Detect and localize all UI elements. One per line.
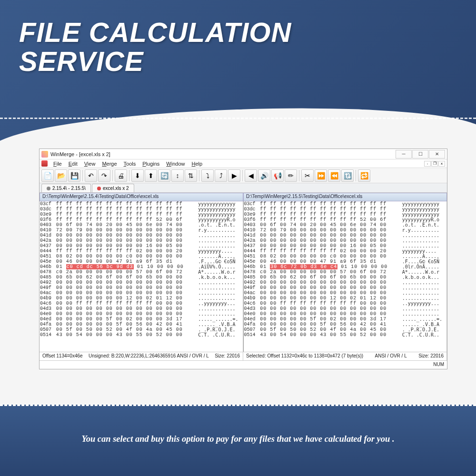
mdi-close[interactable]: x xyxy=(438,161,445,167)
path-left[interactable]: D:\Temp\WinMerge\2.15.4\Testing\Data\Off… xyxy=(40,193,243,201)
menubar: File Edit View Merge Tools Plugins Windo… xyxy=(40,159,447,168)
mdi-restore[interactable]: ❐ xyxy=(431,161,438,167)
toolbar-button-9[interactable]: ↕ xyxy=(171,169,184,182)
minimize-button[interactable]: ─ xyxy=(396,150,412,159)
window-title: WinMerge - [excel.xls x 2] xyxy=(50,151,396,157)
tabbar: 2.15.4\ - 2.15.5\excel.xls x 2 xyxy=(40,183,447,193)
toolbar-button-13[interactable]: ▶ xyxy=(228,169,240,182)
status-num: NUM xyxy=(40,360,447,369)
toolbar-button-10[interactable]: ⇅ xyxy=(185,169,197,182)
toolbar-button-4[interactable]: ↷ xyxy=(98,169,110,182)
menu-edit[interactable]: Edit xyxy=(66,160,80,167)
status-right: Selected: Offset 1132=0x46c to 1138=0x47… xyxy=(243,352,447,360)
toolbar-button-1[interactable]: 📂 xyxy=(55,169,67,182)
path-right[interactable]: D:\Temp\WinMerge\2.15.5\Testing\Data\Off… xyxy=(243,193,447,201)
footer-banner: You can select and buy this option to pa… xyxy=(0,405,476,476)
toolbar-button-14[interactable]: ◀ xyxy=(245,169,257,182)
close-button[interactable]: ✕ xyxy=(429,150,445,159)
tab-1[interactable]: excel.xls x 2 xyxy=(92,184,134,192)
toolbar-button-15[interactable]: 🔊 xyxy=(258,169,270,182)
toolbar-button-18[interactable]: ✂ xyxy=(301,169,314,182)
menu-help[interactable]: Help xyxy=(189,160,206,167)
menu-view[interactable]: View xyxy=(81,160,99,167)
toolbar-button-21[interactable]: 🔃 xyxy=(341,169,354,182)
toolbar-button-16[interactable]: 📢 xyxy=(271,169,284,182)
tab-0[interactable]: 2.15.4\ - 2.15.5\ xyxy=(41,184,91,192)
menu-icon xyxy=(41,160,48,167)
footer-text: You can select and buy this option to pa… xyxy=(0,405,476,474)
toolbar-button-5[interactable]: 🖨 xyxy=(115,169,127,182)
menu-tools[interactable]: Tools xyxy=(121,160,139,167)
status-left: Offset 1134=0x46e Unsigned: B:220,W:2223… xyxy=(40,352,243,360)
toolbar-button-3[interactable]: ↶ xyxy=(85,169,97,182)
mdi-minimize[interactable]: - xyxy=(424,161,431,167)
hex-pane-right[interactable]: 03cfff ff ff ff ff ff ff ff ff ff ff ff … xyxy=(243,201,447,352)
hex-pane-left[interactable]: 03cfff ff ff ff ff ff ff ff ff ff ff ff … xyxy=(40,201,243,352)
toolbar-button-17[interactable]: ✏ xyxy=(285,169,297,182)
app-icon xyxy=(41,151,48,158)
menu-file[interactable]: File xyxy=(50,160,65,167)
hex-row: 03cfff ff ff ff ff ff ff ff ff ff ff ff … xyxy=(40,201,447,352)
path-row: D:\Temp\WinMerge\2.15.4\Testing\Data\Off… xyxy=(40,193,447,201)
banner-header: FILE CALCULATION SERVICE xyxy=(0,0,476,148)
toolbar-button-8[interactable]: 🔄 xyxy=(158,169,170,182)
banner-title: FILE CALCULATION SERVICE xyxy=(19,18,457,76)
menu-merge[interactable]: Merge xyxy=(99,160,119,167)
toolbar-button-22[interactable]: 🔁 xyxy=(358,169,370,182)
toolbar-button-20[interactable]: ⏪ xyxy=(328,169,340,182)
menu-plugins[interactable]: Plugins xyxy=(139,160,162,167)
toolbar-button-6[interactable]: ⬇ xyxy=(131,169,144,182)
winmerge-window: WinMerge - [excel.xls x 2] ─ ☐ ✕ File Ed… xyxy=(39,149,447,369)
status-row: Offset 1134=0x46e Unsigned: B:220,W:2223… xyxy=(40,352,447,360)
toolbar: 📄📂💾↶↷🖨⬇⬆🔄↕⇅⤵⤴▶◀🔊📢✏✂⏩⏪🔃🔁 xyxy=(40,168,447,183)
toolbar-button-7[interactable]: ⬆ xyxy=(145,169,157,182)
toolbar-button-19[interactable]: ⏩ xyxy=(315,169,327,182)
titlebar[interactable]: WinMerge - [excel.xls x 2] ─ ☐ ✕ xyxy=(40,149,447,159)
menu-window[interactable]: Window xyxy=(163,160,188,167)
toolbar-button-0[interactable]: 📄 xyxy=(41,169,54,182)
toolbar-button-12[interactable]: ⤴ xyxy=(215,169,227,182)
toolbar-button-11[interactable]: ⤵ xyxy=(201,169,214,182)
toolbar-button-2[interactable]: 💾 xyxy=(68,169,80,182)
maximize-button[interactable]: ☐ xyxy=(412,150,428,159)
